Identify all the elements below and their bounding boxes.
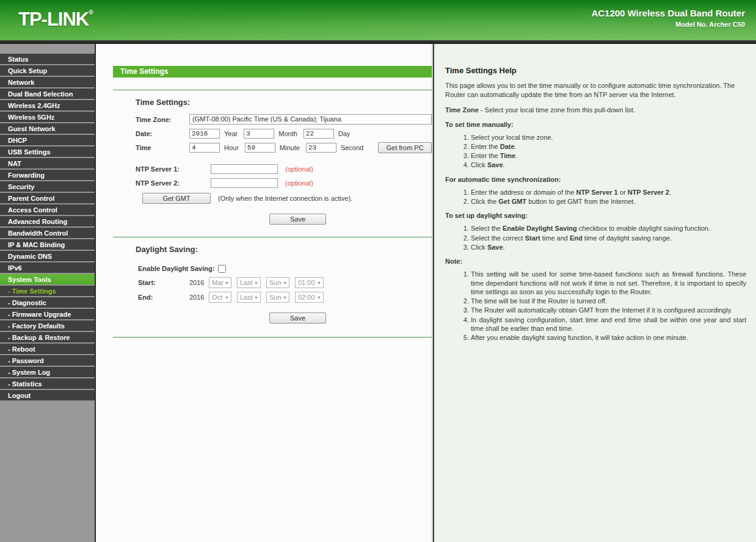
sidebar-item-diagnostic[interactable]: - Diagnostic xyxy=(0,297,95,309)
product-name: AC1200 Wireless Dual Band Router xyxy=(591,8,745,18)
help-list: Select the Enable Daylight Saving checkb… xyxy=(445,224,746,251)
sidebar-item-forwarding[interactable]: Forwarding xyxy=(0,170,95,181)
date-row: Date: Year Month Day xyxy=(136,128,432,139)
ntp-server2-label: NTP Server 2: xyxy=(136,179,211,187)
get-from-pc-button[interactable]: Get from PC xyxy=(378,142,432,153)
dst-start-row: Start: 2016 Mar▼ Last▼ Sun▼ 01:00▼ xyxy=(138,277,432,288)
time-zone-label: Time Zone: xyxy=(136,116,189,123)
ntp-server2-input[interactable] xyxy=(211,178,278,188)
help-list-item: After you enable daylight saving functio… xyxy=(471,333,746,342)
sidebar-item-usb-settings[interactable]: USB Settings xyxy=(0,146,95,158)
sidebar-item-dual-band-selection[interactable]: Dual Band Selection xyxy=(0,89,95,100)
sidebar-item-reboot[interactable]: - Reboot xyxy=(0,344,95,355)
dst-start-month-value: Mar xyxy=(212,279,224,286)
chevron-down-icon: ▼ xyxy=(254,295,258,300)
year-input[interactable] xyxy=(189,129,220,139)
dst-start-label: Start: xyxy=(138,279,189,286)
ntp-server1-input[interactable] xyxy=(211,164,278,174)
dst-end-month-value: Oct xyxy=(212,294,222,301)
help-list-item: Select the correct Start time and End ti… xyxy=(471,234,746,242)
sidebar-item-advanced-routing[interactable]: Advanced Routing xyxy=(0,216,95,228)
sidebar-item-nat[interactable]: NAT xyxy=(0,158,95,170)
dst-end-time-select[interactable]: 02:00▼ xyxy=(295,292,324,303)
get-gmt-button[interactable]: Get GMT xyxy=(142,193,211,204)
sidebar-item-wireless-5ghz[interactable]: Wireless 5GHz xyxy=(0,112,95,123)
sidebar-item-ip-mac-binding[interactable]: IP & MAC Binding xyxy=(0,239,95,251)
sidebar-item-dhcp[interactable]: DHCP xyxy=(0,135,95,146)
sidebar-item-guest-network[interactable]: Guest Network xyxy=(0,123,95,135)
sidebar-item-factory-defaults[interactable]: - Factory Defaults xyxy=(0,320,95,332)
help-list: This setting will be used for some time-… xyxy=(445,270,746,342)
dst-end-day-select[interactable]: Sun▼ xyxy=(266,292,289,303)
help-list-item: Click the Get GMT button to get GMT from… xyxy=(471,197,746,206)
sidebar-item-time-settings[interactable]: - Time Settings xyxy=(0,286,95,297)
day-input[interactable] xyxy=(303,129,334,139)
header-banner: TP-LINK® AC1200 Wireless Dual Band Route… xyxy=(0,0,756,40)
main-content: Time Settings Time Settings: Time Zone: … xyxy=(96,44,433,542)
second-input[interactable] xyxy=(306,143,336,153)
time-settings-heading: Time Settings: xyxy=(136,98,432,107)
sidebar-item-firmware-upgrade[interactable]: - Firmware Upgrade xyxy=(0,309,95,320)
month-input[interactable] xyxy=(244,129,274,139)
hour-unit-label: Hour xyxy=(224,144,239,151)
sidebar-item-bandwidth-control[interactable]: Bandwidth Control xyxy=(0,228,95,239)
ntp2-optional-note: (optional) xyxy=(285,179,313,187)
ntp-server1-label: NTP Server 1: xyxy=(136,165,211,173)
help-title: Time Settings Help xyxy=(445,66,746,75)
time-zone-select[interactable]: (GMT-08:00) Pacific Time (US & Canada); … xyxy=(189,114,432,125)
month-unit-label: Month xyxy=(278,130,297,137)
sidebar-item-network[interactable]: Network xyxy=(0,77,95,89)
help-list-item: Click Save. xyxy=(471,161,746,169)
sidebar-item-quick-setup[interactable]: Quick Setup xyxy=(0,65,95,77)
chevron-down-icon: ▼ xyxy=(283,281,287,285)
help-list-item: Select your local time zone. xyxy=(471,133,746,142)
header-product-info: AC1200 Wireless Dual Band Router Model N… xyxy=(591,8,745,28)
section-divider xyxy=(113,337,432,338)
minute-input[interactable] xyxy=(245,143,275,153)
help-heading: To set time manually: xyxy=(445,121,746,128)
dst-end-week-select[interactable]: Last▼ xyxy=(237,292,261,303)
sidebar-item-statistics[interactable]: - Statistics xyxy=(0,378,95,390)
sidebar-item-access-control[interactable]: Access Control xyxy=(0,204,95,216)
enable-daylight-saving-checkbox[interactable] xyxy=(218,265,226,273)
model-number: Model No. Archer C50 xyxy=(591,21,745,28)
chevron-down-icon: ▼ xyxy=(317,295,321,300)
sidebar-item-status[interactable]: Status xyxy=(0,54,95,65)
dst-end-year: 2016 xyxy=(189,294,204,301)
chevron-down-icon: ▼ xyxy=(283,295,287,300)
sidebar-item-parent-control[interactable]: Parent Control xyxy=(0,193,95,204)
save-button-daylight[interactable]: Save xyxy=(269,313,326,323)
save-row-1: Save xyxy=(269,214,432,225)
dst-start-month-select[interactable]: Mar▼ xyxy=(209,277,231,288)
year-unit-label: Year xyxy=(224,130,238,137)
sidebar-item-dynamic-dns[interactable]: Dynamic DNS xyxy=(0,251,95,262)
ntp-server2-row: NTP Server 2: (optional) xyxy=(136,177,432,189)
time-zone-row: Time Zone: (GMT-08:00) Pacific Time (US … xyxy=(136,114,432,125)
sidebar-item-ipv6[interactable]: IPv6 xyxy=(0,262,95,274)
sidebar-item-wireless-2-4ghz[interactable]: Wireless 2.4GHz xyxy=(0,100,95,112)
dst-start-time-select[interactable]: 01:00▼ xyxy=(295,277,324,288)
sidebar-item-security[interactable]: Security xyxy=(0,181,95,193)
get-gmt-note: (Only when the Internet connection is ac… xyxy=(218,195,352,202)
sidebar-item-backup-restore[interactable]: - Backup & Restore xyxy=(0,332,95,344)
chevron-down-icon: ▼ xyxy=(254,281,258,285)
date-label: Date: xyxy=(136,130,189,137)
dst-end-month-select[interactable]: Oct▼ xyxy=(209,292,231,303)
dst-start-year: 2016 xyxy=(189,279,204,286)
sidebar-item-password[interactable]: - Password xyxy=(0,355,95,367)
help-list-item: The time will be lost if the Router is t… xyxy=(471,297,746,305)
hour-input[interactable] xyxy=(189,143,220,153)
save-button-time[interactable]: Save xyxy=(269,214,326,225)
tp-link-logo: TP-LINK® xyxy=(18,9,93,31)
dst-start-week-select[interactable]: Last▼ xyxy=(237,277,261,288)
dst-end-label: End: xyxy=(138,294,189,301)
dst-start-day-select[interactable]: Sun▼ xyxy=(266,277,289,288)
save-row-2: Save xyxy=(269,313,432,323)
help-list-item: Enter the Date. xyxy=(471,142,746,151)
sidebar-item-system-tools[interactable]: System Tools xyxy=(0,274,95,286)
sidebar-item-logout[interactable]: Logout xyxy=(0,390,95,402)
help-heading: To set up daylight saving: xyxy=(445,212,746,219)
enable-daylight-row: Enable Daylight Saving: xyxy=(138,264,432,273)
sidebar-item-system-log[interactable]: - System Log xyxy=(0,367,95,378)
dst-start-week-value: Last xyxy=(240,279,253,286)
